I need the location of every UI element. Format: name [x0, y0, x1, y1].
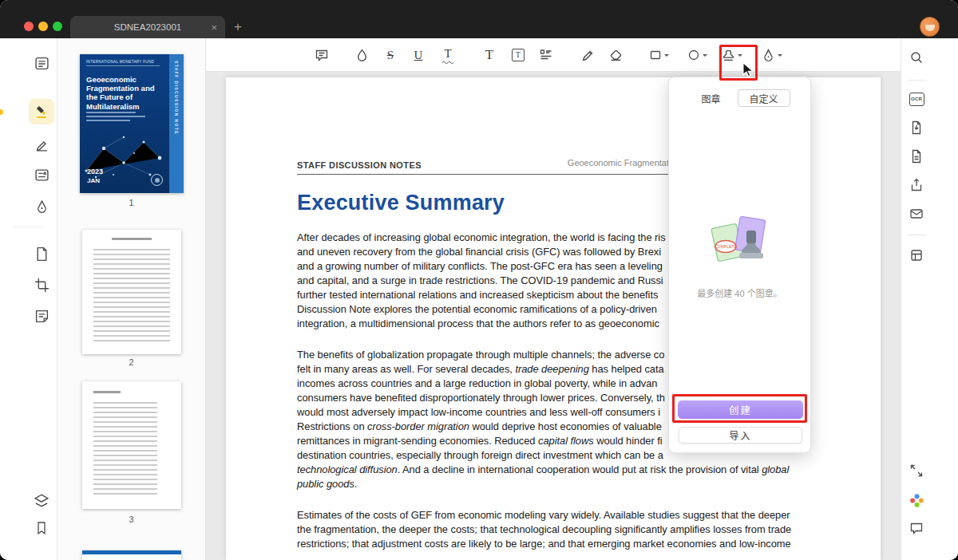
chevron-down-icon: [703, 54, 707, 59]
strikethrough-icon[interactable]: S: [378, 43, 402, 67]
sidebar-divider: [13, 227, 45, 227]
active-tool-background: [29, 99, 54, 124]
cover-author-line: [86, 120, 130, 121]
minimize-window-button[interactable]: [38, 22, 48, 31]
cover-month: JAN: [87, 177, 100, 184]
tab-stamp[interactable]: 图章: [689, 89, 732, 107]
cover-title: Geoeconomic Fragmentation and the Future…: [86, 75, 158, 111]
strikethrough-glyph: S: [387, 49, 394, 62]
paragraph-3: Estimates of the costs of GEF from econo…: [297, 508, 809, 551]
page-2-thumbnail[interactable]: [82, 230, 181, 354]
text-glyph: T: [485, 47, 493, 63]
chevron-down-icon: [778, 54, 782, 59]
search-icon[interactable]: [904, 45, 929, 70]
share-icon[interactable]: [904, 172, 929, 198]
expand-icon[interactable]: [904, 458, 929, 483]
signature-tool-icon[interactable]: [758, 43, 794, 67]
squiggly-glyph: T: [444, 47, 451, 61]
cover-spine: STAFF DISCUSSION NOTE: [169, 54, 184, 193]
header-right-text: Geoeconomic Fragmentat: [568, 158, 669, 168]
rectangle-shape-icon[interactable]: [646, 43, 681, 67]
cover-spine-text: STAFF DISCUSSION NOTE: [174, 61, 179, 135]
new-tab-button[interactable]: +: [234, 19, 242, 35]
layers-icon[interactable]: [24, 487, 59, 515]
tab-close-icon[interactable]: ×: [211, 22, 217, 34]
sidebar-divider: [908, 80, 925, 81]
page-document-icon[interactable]: [24, 239, 59, 268]
import-stamp-button[interactable]: 导入: [679, 427, 802, 444]
stamp-limit-note: 最多创建 40 个图章。: [669, 286, 810, 299]
bookmark-icon[interactable]: [24, 514, 59, 542]
text-box-icon[interactable]: T: [506, 43, 530, 67]
left-sidebar: [0, 38, 57, 560]
annotation-box-create-button: [672, 394, 807, 423]
tab-title: SDNEA2023001: [114, 22, 181, 32]
fill-sign-icon[interactable]: [24, 192, 59, 221]
sidebar-divider: [908, 235, 925, 235]
page-4-thumbnail-partial[interactable]: [82, 550, 181, 560]
page-3-thumbnail[interactable]: [82, 381, 181, 509]
app-window: SDNEA2023001 × +: [0, 0, 958, 560]
page-1-thumbnail[interactable]: STAFF DISCUSSION NOTE INTERNATIONAL MONE…: [80, 54, 184, 193]
cover-author-line: [86, 112, 136, 113]
squiggly-underline-icon[interactable]: T: [436, 43, 460, 67]
crop-pages-icon[interactable]: [24, 270, 59, 299]
page-1-number: 1: [57, 198, 205, 207]
mail-icon[interactable]: [904, 201, 929, 227]
callout-list-icon[interactable]: [534, 43, 558, 67]
title-bar: SDNEA2023001 × +: [0, 0, 958, 38]
ocr-label: OCR: [909, 93, 924, 106]
zoom-window-button[interactable]: [53, 22, 62, 31]
ocr-icon[interactable]: OCR: [904, 86, 929, 112]
annotation-toolbar: S U T T T: [206, 38, 901, 72]
cube-icon[interactable]: [904, 243, 929, 268]
cover-publisher: INTERNATIONAL MONETARY FUND: [86, 60, 160, 66]
edit-pen-icon[interactable]: [24, 131, 59, 160]
chevron-down-icon: [664, 54, 669, 59]
reader-panel-icon[interactable]: [24, 49, 59, 77]
thumbnail-panel: STAFF DISCUSSION NOTE INTERNATIONAL MONE…: [57, 38, 206, 560]
tab-custom[interactable]: 自定义: [738, 89, 790, 107]
sticky-note-icon[interactable]: [24, 302, 59, 330]
header-left-text: STAFF DISCUSSION NOTES: [297, 160, 422, 170]
eraser-icon[interactable]: [604, 43, 627, 67]
right-sidebar: OCR: [901, 38, 958, 560]
stamp-illustration: COMPLETE: [702, 211, 778, 274]
ai-sparkle-icon[interactable]: [904, 487, 929, 513]
ellipse-shape-icon[interactable]: [684, 43, 719, 67]
note-comment-icon[interactable]: [310, 43, 334, 67]
page-3-number: 3: [57, 515, 205, 524]
cover-year: 2023: [87, 168, 103, 175]
chat-bubble-icon[interactable]: [904, 515, 929, 541]
active-tool-indicator-dot: [0, 109, 3, 115]
document-tab[interactable]: SDNEA2023001 ×: [70, 16, 225, 38]
close-window-button[interactable]: [24, 22, 34, 31]
page-2-number: 2: [57, 357, 205, 367]
compress-doc-icon[interactable]: [904, 115, 929, 140]
underline-glyph: U: [414, 49, 423, 62]
textbox-glyph: T: [512, 49, 525, 61]
stamp-badge-text: COMPLETE: [715, 244, 737, 249]
highlight-drop-icon[interactable]: [350, 43, 374, 67]
user-avatar[interactable]: [920, 17, 940, 37]
imf-seal: [151, 174, 163, 186]
cover-author-line: [86, 116, 145, 117]
export-page-icon[interactable]: [904, 144, 929, 169]
pencil-icon[interactable]: [576, 43, 600, 67]
stamp-popup-tabs: 图章 自定义: [669, 89, 810, 107]
text-tool-icon[interactable]: T: [477, 43, 501, 67]
underline-icon[interactable]: U: [406, 43, 430, 67]
form-fields-icon[interactable]: [24, 160, 59, 189]
highlighter-tool-icon-active[interactable]: [24, 97, 59, 126]
mouse-cursor: [742, 61, 756, 77]
